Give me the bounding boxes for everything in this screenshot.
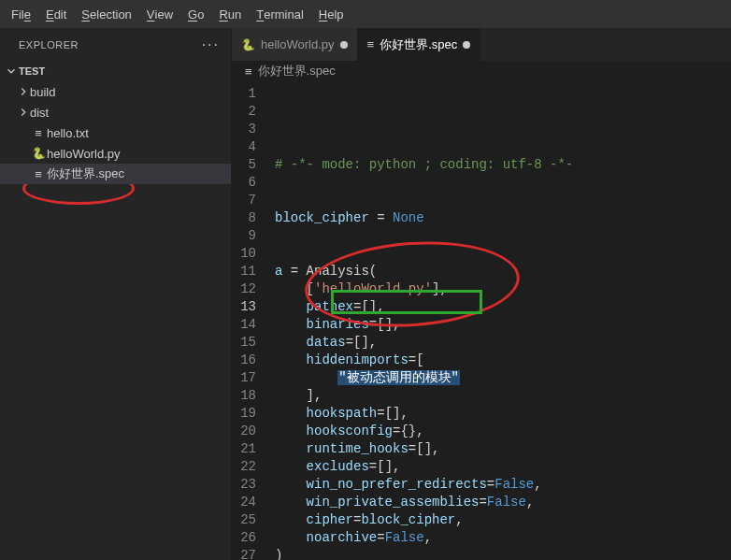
code-line[interactable]: noarchive=False,	[275, 529, 731, 547]
explorer-sidebar: EXPLORER ··· TEST builddist≡hello.txt🐍he…	[0, 28, 232, 560]
dirty-indicator-icon	[340, 41, 348, 49]
tree-file[interactable]: ≡你好世界.spec	[0, 164, 231, 184]
code-content[interactable]: # -*- mode: python ; coding: utf-8 -*- b…	[275, 81, 731, 560]
tree-folder[interactable]: dist	[0, 102, 231, 122]
tab-label: helloWorld.py	[261, 37, 335, 51]
sidebar-title: EXPLORER	[19, 39, 79, 50]
code-line[interactable]	[275, 245, 731, 263]
menu-view[interactable]: View	[139, 0, 180, 28]
code-line[interactable]: hookspath=[],	[275, 405, 731, 423]
code-line[interactable]: hooksconfig={},	[275, 423, 731, 440]
menu-help[interactable]: Help	[311, 0, 351, 28]
folder-section-header[interactable]: TEST	[0, 61, 231, 81]
code-line[interactable]: )	[275, 547, 731, 560]
code-line[interactable]: win_no_prefer_redirects=False,	[275, 476, 731, 494]
tree-item-label: build	[30, 85, 55, 99]
settings-icon: ≡	[245, 65, 252, 79]
code-line[interactable]: ],	[275, 387, 731, 405]
tree-item-label: 你好世界.spec	[47, 165, 124, 182]
code-line[interactable]	[275, 174, 731, 192]
tree-item-label: helloWorld.py	[47, 147, 121, 161]
menu-edit[interactable]: Edit	[38, 0, 74, 28]
tree-file[interactable]: 🐍helloWorld.py	[0, 143, 231, 164]
code-line[interactable]: datas=[],	[275, 334, 731, 352]
code-line[interactable]: ['helloWorld.py'],	[275, 280, 731, 298]
more-actions-icon[interactable]: ···	[202, 36, 220, 53]
breadcrumb-label: 你好世界.spec	[258, 63, 336, 79]
tree-folder[interactable]: build	[0, 81, 231, 102]
code-editor[interactable]: 1234567891011121314151617181920212223242…	[232, 81, 731, 560]
tree-file[interactable]: ≡hello.txt	[0, 122, 231, 143]
code-line[interactable]: runtime_hooks=[],	[275, 440, 731, 458]
settings-icon: ≡	[30, 167, 47, 181]
chevron-right-icon	[17, 85, 30, 98]
menu-selection[interactable]: Selection	[74, 0, 138, 28]
editor-tab[interactable]: 🐍helloWorld.py	[232, 28, 358, 61]
settings-icon: ≡	[367, 37, 375, 51]
code-line[interactable]: block_cipher = None	[275, 209, 731, 227]
editor-area: 🐍helloWorld.py≡你好世界.spec ≡ 你好世界.spec 123…	[232, 28, 731, 560]
chevron-right-icon	[17, 106, 30, 119]
menu-go[interactable]: Go	[180, 0, 211, 28]
breadcrumbs[interactable]: ≡ 你好世界.spec	[232, 61, 731, 81]
editor-tab[interactable]: ≡你好世界.spec	[358, 28, 481, 61]
code-line[interactable]: pathex=[],	[275, 298, 731, 316]
sidebar-header: EXPLORER ···	[0, 28, 231, 61]
menu-file[interactable]: File	[4, 0, 38, 28]
tree-item-label: hello.txt	[47, 126, 89, 140]
code-line[interactable]: # -*- mode: python ; coding: utf-8 -*-	[275, 156, 731, 174]
line-gutter: 1234567891011121314151617181920212223242…	[232, 81, 275, 560]
python-icon: 🐍	[30, 147, 47, 160]
code-line[interactable]: hiddenimports=[	[275, 352, 731, 369]
dirty-indicator-icon	[463, 41, 470, 49]
python-icon: 🐍	[241, 38, 255, 51]
menu-run[interactable]: Run	[211, 0, 249, 28]
code-line[interactable]	[275, 227, 731, 245]
code-line[interactable]: cipher=block_cipher,	[275, 511, 731, 529]
code-line[interactable]: excludes=[],	[275, 458, 731, 476]
editor-tabs: 🐍helloWorld.py≡你好世界.spec	[232, 28, 731, 61]
code-line[interactable]	[275, 192, 731, 209]
tree-item-label: dist	[30, 106, 49, 120]
code-line[interactable]: "被动态调用的模块"	[275, 369, 731, 387]
menu-terminal[interactable]: Terminal	[249, 0, 311, 28]
file-tree: builddist≡hello.txt🐍helloWorld.py≡你好世界.s…	[0, 81, 231, 184]
code-line[interactable]: binaries=[],	[275, 316, 731, 334]
tab-label: 你好世界.spec	[380, 36, 457, 53]
menu-bar: FileEditSelectionViewGoRunTerminalHelp	[0, 0, 731, 28]
code-line[interactable]: win_private_assemblies=False,	[275, 494, 731, 511]
file-icon: ≡	[30, 126, 47, 140]
section-title: TEST	[19, 65, 45, 77]
code-line[interactable]: a = Analysis(	[275, 263, 731, 280]
chevron-down-icon	[4, 65, 19, 78]
